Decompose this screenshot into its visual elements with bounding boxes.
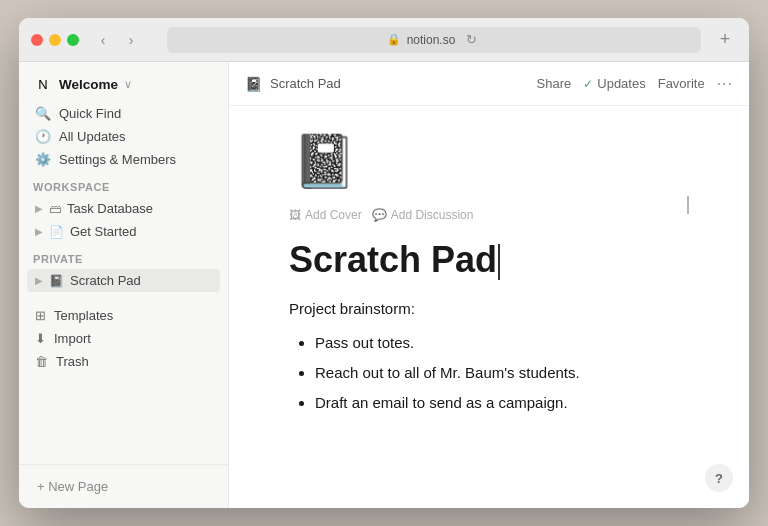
- main-area: N Welcome ∨ 🔍 Quick Find 🕐 All Updates ⚙…: [19, 62, 749, 508]
- address-text: notion.so: [407, 33, 456, 47]
- quick-find-label: Quick Find: [59, 106, 121, 121]
- chevron-right-icon: ▶: [35, 226, 43, 237]
- text-cursor: [498, 244, 500, 280]
- page-actions: Share ✓ Updates Favorite ···: [537, 75, 733, 93]
- body-text[interactable]: Project brainstorm:: [289, 297, 689, 321]
- close-button[interactable]: [31, 34, 43, 46]
- sidebar-item-quick-find[interactable]: 🔍 Quick Find: [27, 102, 220, 125]
- bullet-item-2: Reach out to all of Mr. Baum's students.: [315, 361, 689, 385]
- sidebar-item-settings[interactable]: ⚙️ Settings & Members: [27, 148, 220, 171]
- help-button[interactable]: ?: [705, 464, 733, 492]
- sidebar-item-get-started[interactable]: ▶ 📄 Get Started: [27, 220, 220, 243]
- notion-logo: N: [33, 74, 53, 94]
- new-tab-button[interactable]: +: [713, 28, 737, 52]
- bullet-item-1: Pass out totes.: [315, 331, 689, 355]
- refresh-button[interactable]: ↻: [461, 30, 481, 50]
- bullet-item-3: Draft an email to send as a campaign.: [315, 391, 689, 415]
- sidebar-footer: + New Page: [19, 464, 228, 508]
- notebook-icon: 📓: [49, 274, 64, 288]
- page-icon: 📄: [49, 225, 64, 239]
- sidebar-item-task-database[interactable]: ▶ 🗃 Task Database: [27, 197, 220, 220]
- updates-label: Updates: [597, 76, 645, 91]
- address-bar[interactable]: 🔒 notion.so ↻: [167, 27, 701, 53]
- breadcrumb: 📓 Scratch Pad: [245, 76, 537, 92]
- bullet-item-1-text: Pass out totes.: [315, 334, 414, 351]
- all-updates-label: All Updates: [59, 129, 125, 144]
- image-icon: 🖼: [289, 208, 301, 222]
- sidebar-bottom: ⊞ Templates ⬇ Import 🗑 Trash: [19, 304, 228, 373]
- breadcrumb-icon: 📓: [245, 76, 262, 92]
- private-section-label: PRIVATE: [19, 243, 228, 269]
- sidebar-header[interactable]: N Welcome ∨: [19, 62, 228, 102]
- nav-buttons: ‹ ›: [91, 30, 143, 50]
- favorite-button[interactable]: Favorite: [658, 76, 705, 91]
- page-content: 📓 Scratch Pad Share ✓ Updates Favorite ·…: [229, 62, 749, 508]
- gear-icon: ⚙️: [35, 152, 51, 167]
- clock-icon: 🕐: [35, 129, 51, 144]
- maximize-button[interactable]: [67, 34, 79, 46]
- breadcrumb-title: Scratch Pad: [270, 76, 341, 91]
- titlebar: ‹ › 🔒 notion.so ↻ +: [19, 18, 749, 62]
- import-icon: ⬇: [35, 331, 46, 346]
- page-cover-actions: 🖼 Add Cover 💬 Add Discussion: [289, 208, 689, 222]
- sidebar-item-trash[interactable]: 🗑 Trash: [27, 350, 220, 373]
- minimize-button[interactable]: [49, 34, 61, 46]
- forward-button[interactable]: ›: [119, 30, 143, 50]
- workspace-name: Welcome: [59, 77, 118, 92]
- add-discussion-label: Add Discussion: [391, 208, 474, 222]
- add-cover-button[interactable]: 🖼 Add Cover: [289, 208, 362, 222]
- page-title-text: Scratch Pad: [289, 239, 497, 280]
- bullet-item-2-text: Reach out to all of Mr. Baum's students.: [315, 364, 580, 381]
- bullet-item-3-text: Draft an email to send as a campaign.: [315, 394, 568, 411]
- back-button[interactable]: ‹: [91, 30, 115, 50]
- bullet-list: Pass out totes. Reach out to all of Mr. …: [297, 331, 689, 415]
- templates-label: Templates: [54, 308, 113, 323]
- page-title[interactable]: Scratch Pad: [289, 238, 689, 281]
- sidebar-item-templates[interactable]: ⊞ Templates: [27, 304, 220, 327]
- settings-label: Settings & Members: [59, 152, 176, 167]
- sidebar-item-all-updates[interactable]: 🕐 All Updates: [27, 125, 220, 148]
- add-discussion-button[interactable]: 💬 Add Discussion: [372, 208, 474, 222]
- import-label: Import: [54, 331, 91, 346]
- sidebar-nav: 🔍 Quick Find 🕐 All Updates ⚙️ Settings &…: [19, 102, 228, 171]
- trash-icon: 🗑: [35, 354, 48, 369]
- sidebar-item-scratch-pad[interactable]: ▶ 📓 Scratch Pad: [27, 269, 220, 292]
- more-options-button[interactable]: ···: [717, 75, 733, 93]
- page-body: 📓 🖼 Add Cover 💬 Add Discussion: [229, 106, 749, 508]
- workspace-chevron-icon: ∨: [124, 78, 132, 91]
- chevron-right-icon: ▶: [35, 203, 43, 214]
- sidebar-item-import[interactable]: ⬇ Import: [27, 327, 220, 350]
- new-page-button[interactable]: + New Page: [33, 475, 112, 498]
- search-icon: 🔍: [35, 106, 51, 121]
- trash-label: Trash: [56, 354, 89, 369]
- notebook-emoji-icon: 📓: [292, 135, 357, 187]
- add-cover-label: Add Cover: [305, 208, 362, 222]
- check-icon: ✓: [583, 77, 593, 91]
- page-toolbar: 📓 Scratch Pad Share ✓ Updates Favorite ·…: [229, 62, 749, 106]
- get-started-label: Get Started: [70, 224, 136, 239]
- chat-icon: 💬: [372, 208, 387, 222]
- page-emoji: 📓: [289, 126, 359, 196]
- task-database-label: Task Database: [67, 201, 153, 216]
- sidebar: N Welcome ∨ 🔍 Quick Find 🕐 All Updates ⚙…: [19, 62, 229, 508]
- app-window: ‹ › 🔒 notion.so ↻ + N Welcome ∨ 🔍 Quick …: [19, 18, 749, 508]
- updates-button[interactable]: ✓ Updates: [583, 76, 645, 91]
- lock-icon: 🔒: [387, 33, 401, 46]
- traffic-lights: [31, 34, 79, 46]
- database-icon: 🗃: [49, 202, 61, 216]
- templates-icon: ⊞: [35, 308, 46, 323]
- text-cursor-indicator: [687, 196, 689, 214]
- page-icon-area: 📓: [289, 126, 689, 196]
- scratch-pad-label: Scratch Pad: [70, 273, 141, 288]
- chevron-down-icon: ▶: [35, 275, 43, 286]
- share-button[interactable]: Share: [537, 76, 572, 91]
- workspace-section-label: WORKSPACE: [19, 171, 228, 197]
